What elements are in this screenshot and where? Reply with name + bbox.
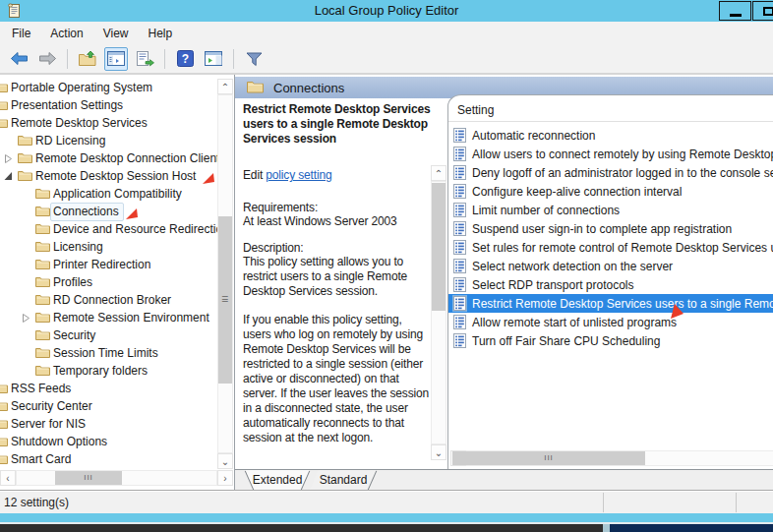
- policy-setting-icon: [453, 203, 466, 217]
- tree-item[interactable]: Security Center: [0, 397, 217, 415]
- menubar: File Action View Help: [0, 22, 773, 44]
- tree-item[interactable]: Presentation Settings: [0, 96, 217, 114]
- taskbar-right-segment[interactable]: [610, 524, 773, 532]
- description-paragraph: If you enable this policy setting, users…: [243, 313, 431, 445]
- description-vertical-scrollbar[interactable]: ⌃ ⌄: [431, 165, 446, 460]
- setting-row[interactable]: Select network detection on the server: [448, 257, 773, 275]
- setting-row[interactable]: Deny logoff of an administrator logged i…: [448, 163, 773, 182]
- setting-row[interactable]: Configure keep-alive connection interval: [448, 182, 773, 201]
- menu-help[interactable]: Help: [139, 22, 183, 44]
- setting-row[interactable]: Limit number of connections: [448, 201, 773, 219]
- tree-item-label: Server for NIS: [11, 417, 86, 431]
- scroll-thumb[interactable]: III: [55, 471, 122, 485]
- policy-setting-icon: [453, 277, 466, 292]
- toolbar-separator: [233, 49, 234, 69]
- tree-item[interactable]: RD Connection Broker: [0, 291, 217, 309]
- expander-icon[interactable]: [2, 170, 15, 183]
- tab-extended[interactable]: Extended: [245, 470, 310, 490]
- expander-icon[interactable]: [20, 312, 32, 325]
- tree-item[interactable]: RD Licensing: [0, 132, 217, 149]
- scroll-thumb[interactable]: III: [452, 451, 645, 465]
- export-list-icon[interactable]: [133, 47, 156, 71]
- tree-item[interactable]: Shutdown Options: [0, 433, 217, 450]
- tab-standard[interactable]: Standard: [310, 470, 377, 490]
- tree-item-label: Device and Resource Redirection: [53, 222, 217, 236]
- expander-icon[interactable]: [20, 294, 32, 307]
- tree-item[interactable]: Server for NIS: [0, 415, 217, 433]
- scroll-down-button[interactable]: ⌄: [217, 453, 233, 469]
- tree-item[interactable]: Security: [0, 326, 217, 344]
- setting-row[interactable]: Allow users to connect remotely by using…: [448, 145, 773, 163]
- tree-vertical-scrollbar[interactable]: ⌃ ☰ ⌄: [217, 79, 233, 469]
- expander-icon[interactable]: [2, 135, 15, 148]
- tree-item[interactable]: Remote Desktop Services: [0, 114, 217, 132]
- tree-item[interactable]: Session Time Limits: [0, 344, 217, 362]
- tree-item[interactable]: Smart Card: [0, 450, 217, 468]
- tree-horizontal-scrollbar[interactable]: ‹ III ›: [0, 470, 234, 486]
- folder-icon: [35, 328, 50, 343]
- tree-item[interactable]: Temporary folders: [0, 362, 217, 380]
- help-icon[interactable]: ?: [173, 47, 197, 71]
- scroll-thumb[interactable]: [432, 183, 446, 311]
- maximize-button[interactable]: [752, 1, 773, 21]
- expander-icon[interactable]: [20, 223, 32, 236]
- tree-item[interactable]: Portable Operating System: [0, 79, 217, 96]
- expander-icon[interactable]: [20, 347, 32, 360]
- scroll-down-button[interactable]: ⌄: [431, 444, 446, 460]
- show-action-pane-icon[interactable]: [202, 47, 225, 71]
- setting-label: Limit number of connections: [472, 204, 620, 217]
- folder-icon: [35, 364, 50, 379]
- scroll-right-button[interactable]: ›: [217, 470, 233, 486]
- setting-row[interactable]: Suspend user sign-in to complete app reg…: [448, 219, 773, 238]
- console-tree-pane[interactable]: Portable Operating System Presentation S…: [0, 75, 235, 490]
- menu-file[interactable]: File: [2, 22, 40, 44]
- tree-item[interactable]: Remote Desktop Connection Client: [0, 149, 217, 167]
- expander-icon[interactable]: [20, 241, 32, 254]
- tree-item[interactable]: Licensing: [0, 238, 217, 256]
- expander-icon[interactable]: [20, 365, 32, 378]
- tree-item-label: Application Compatibility: [53, 187, 182, 201]
- setting-row[interactable]: Set rules for remote control of Remote D…: [448, 238, 773, 257]
- up-one-level-folder-icon[interactable]: [76, 47, 99, 71]
- expander-icon[interactable]: [20, 259, 32, 271]
- setting-label: Set rules for remote control of Remote D…: [472, 241, 773, 255]
- tree-item[interactable]: RSS Feeds: [0, 380, 217, 397]
- setting-row[interactable]: Restrict Remote Desktop Services users t…: [448, 294, 773, 313]
- menu-action[interactable]: Action: [40, 22, 92, 44]
- setting-row[interactable]: Turn off Fair Share CPU Scheduling: [448, 331, 773, 350]
- policy-setting-link[interactable]: policy setting: [266, 168, 331, 182]
- edit-policy-line: Edit policy setting: [243, 168, 431, 182]
- scroll-up-button[interactable]: ⌃: [431, 165, 446, 181]
- setting-row[interactable]: Automatic reconnection: [448, 126, 773, 145]
- show-console-tree-icon[interactable]: [104, 47, 128, 71]
- scroll-up-button[interactable]: ⌃: [217, 79, 233, 94]
- tree-item[interactable]: Connections: [0, 203, 217, 220]
- menu-view[interactable]: View: [93, 22, 139, 44]
- tree-item[interactable]: Profiles: [0, 273, 217, 291]
- back-arrow-icon[interactable]: [7, 47, 30, 71]
- expander-icon[interactable]: [20, 206, 32, 218]
- tree-item[interactable]: Device and Resource Redirection: [0, 220, 217, 238]
- tree-item[interactable]: Remote Desktop Session Host: [0, 167, 217, 185]
- expander-icon[interactable]: [20, 276, 32, 289]
- policy-setting-icon: [453, 259, 466, 273]
- setting-row[interactable]: Allow remote start of unlisted programs: [448, 313, 773, 331]
- settings-horizontal-scrollbar[interactable]: ‹ III: [450, 450, 773, 466]
- expander-icon[interactable]: [20, 329, 32, 342]
- scroll-left-button[interactable]: ‹: [0, 470, 16, 486]
- expander-icon[interactable]: [20, 188, 32, 201]
- expander-icon[interactable]: [2, 152, 15, 165]
- setting-row[interactable]: Select RDP transport protocols: [448, 275, 773, 294]
- setting-column-header[interactable]: Setting: [448, 95, 773, 122]
- tree-item[interactable]: Printer Redirection: [0, 256, 217, 273]
- tree-item[interactable]: Remote Session Environment: [0, 309, 217, 326]
- scroll-thumb[interactable]: ☰: [218, 216, 232, 384]
- forward-arrow-icon[interactable]: [35, 47, 59, 71]
- tree-item[interactable]: Application Compatibility: [0, 185, 217, 203]
- toolbar: ?: [0, 44, 773, 75]
- settings-list-panel: Setting Automatic reconnection Allow use…: [447, 94, 773, 469]
- tree-item-label: Shutdown Options: [11, 435, 107, 448]
- taskbar-left-segment[interactable]: [0, 524, 603, 532]
- minimize-button[interactable]: [719, 1, 751, 21]
- filter-icon[interactable]: [242, 47, 266, 71]
